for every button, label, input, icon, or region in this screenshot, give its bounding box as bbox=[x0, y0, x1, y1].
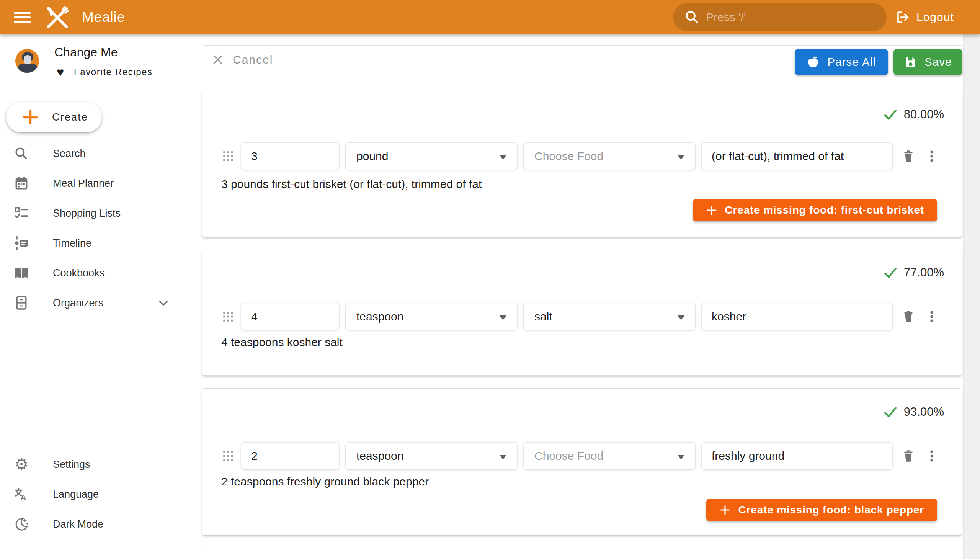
menu-icon[interactable] bbox=[14, 9, 31, 25]
drag-handle-icon[interactable] bbox=[221, 150, 235, 162]
gear-icon: ⚙ bbox=[14, 456, 29, 473]
create-missing-food-button[interactable]: Create missing food: first-cut brisket bbox=[693, 199, 937, 221]
note-field[interactable] bbox=[701, 442, 893, 470]
trash-icon bbox=[901, 449, 916, 463]
original-ingredient-text: 4 teaspoons kosher salt bbox=[221, 336, 343, 349]
unit-select[interactable]: teaspoon bbox=[345, 303, 517, 331]
delete-button[interactable] bbox=[899, 445, 918, 467]
timeline-icon bbox=[14, 236, 29, 250]
sidebar-item-cookbooks[interactable]: Cookbooks bbox=[0, 258, 183, 288]
check-icon bbox=[883, 107, 898, 122]
more-options-button[interactable] bbox=[924, 306, 939, 327]
sidebar-item-organizers[interactable]: Organizers bbox=[0, 288, 183, 318]
sidebar-item-timeline[interactable]: Timeline bbox=[0, 228, 183, 258]
sidebar-item-search[interactable]: Search bbox=[0, 139, 183, 169]
food-select[interactable]: Choose Food bbox=[523, 142, 696, 170]
drag-handle-icon[interactable] bbox=[221, 311, 235, 322]
create-missing-food-button[interactable]: Create missing food: black pepper bbox=[706, 499, 937, 521]
global-search[interactable] bbox=[673, 3, 887, 31]
close-icon bbox=[212, 54, 223, 66]
heart-icon: ♥ bbox=[57, 66, 64, 78]
kebab-menu-icon bbox=[929, 149, 935, 164]
sidebar: Change Me ♥ Favorite Recipes Create Sear… bbox=[0, 35, 183, 559]
delete-button[interactable] bbox=[899, 306, 918, 327]
apple-icon bbox=[806, 56, 820, 69]
sidebar-item-dark-mode[interactable]: Dark Mode bbox=[0, 509, 183, 539]
user-name: Change Me bbox=[55, 45, 117, 60]
quantity-field[interactable] bbox=[241, 142, 340, 170]
avatar[interactable] bbox=[15, 49, 39, 73]
main-content: Cancel Parse All Save 80.00% pound C bbox=[183, 35, 963, 559]
translate-icon: A bbox=[14, 487, 29, 501]
confidence-value: 80.00% bbox=[904, 108, 944, 121]
plus-icon bbox=[719, 504, 731, 516]
sidebar-item-language[interactable]: A Language bbox=[0, 480, 183, 509]
calendar-icon bbox=[14, 176, 29, 191]
original-ingredient-text: 3 pounds first-cut brisket (or flat-cut)… bbox=[221, 178, 482, 191]
cancel-button[interactable]: Cancel bbox=[206, 49, 279, 70]
check-icon bbox=[883, 405, 898, 419]
ingredient-card: 77.00% teaspoon salt 4 teaspoons kosher … bbox=[202, 249, 962, 375]
kebab-menu-icon bbox=[929, 449, 935, 463]
check-icon bbox=[883, 265, 898, 280]
delete-button[interactable] bbox=[899, 146, 918, 167]
sidebar-item-shopping-lists[interactable]: Shopping Lists bbox=[0, 198, 183, 228]
quantity-field[interactable] bbox=[241, 303, 340, 331]
moon-icon bbox=[14, 517, 29, 531]
unit-select[interactable]: pound bbox=[345, 142, 517, 170]
parse-all-button[interactable]: Parse All bbox=[795, 49, 888, 75]
file-cabinet-icon bbox=[14, 296, 29, 310]
more-options-button[interactable] bbox=[924, 146, 939, 167]
sidebar-item-settings[interactable]: ⚙ Settings bbox=[0, 450, 183, 480]
app-bar: Mealie Logout bbox=[0, 0, 980, 35]
confidence-indicator: 77.00% bbox=[883, 265, 944, 280]
kebab-menu-icon bbox=[929, 309, 935, 324]
chevron-down-icon bbox=[678, 455, 684, 460]
search-icon bbox=[684, 10, 700, 25]
book-icon bbox=[14, 266, 29, 280]
quantity-input[interactable] bbox=[241, 450, 339, 463]
sidebar-nav: Search Meal Planner Shoppin bbox=[0, 139, 183, 318]
chevron-down-icon[interactable] bbox=[158, 298, 169, 310]
quantity-field[interactable] bbox=[241, 442, 340, 470]
scrollbar-track[interactable] bbox=[963, 35, 980, 559]
confidence-indicator: 93.00% bbox=[883, 405, 944, 419]
ingredient-card-partial bbox=[202, 550, 962, 559]
note-input[interactable] bbox=[702, 150, 892, 163]
search-input[interactable] bbox=[706, 11, 867, 24]
confidence-value: 93.00% bbox=[904, 405, 944, 419]
chevron-down-icon bbox=[678, 155, 684, 160]
plus-icon bbox=[706, 205, 717, 216]
note-field[interactable] bbox=[701, 142, 893, 170]
note-input[interactable] bbox=[702, 450, 892, 463]
svg-text:A: A bbox=[21, 493, 26, 501]
search-icon bbox=[14, 146, 29, 161]
ingredient-card: 93.00% teaspoon Choose Food 2 teaspoons … bbox=[202, 388, 962, 535]
checklist-icon bbox=[14, 206, 29, 220]
favorite-recipes-link[interactable]: ♥ Favorite Recipes bbox=[57, 66, 153, 78]
drag-handle-icon[interactable] bbox=[221, 450, 235, 462]
food-select[interactable]: salt bbox=[523, 303, 696, 331]
ingredient-card: 80.00% pound Choose Food 3 pounds first-… bbox=[202, 91, 962, 237]
note-field[interactable] bbox=[701, 303, 893, 331]
food-select[interactable]: Choose Food bbox=[523, 442, 696, 470]
sidebar-item-meal-planner[interactable]: Meal Planner bbox=[0, 169, 183, 198]
quantity-input[interactable] bbox=[241, 150, 339, 163]
chevron-down-icon bbox=[499, 155, 506, 160]
confidence-value: 77.00% bbox=[904, 266, 944, 280]
save-button[interactable]: Save bbox=[894, 49, 962, 75]
plus-icon bbox=[22, 109, 38, 125]
unit-select[interactable]: teaspoon bbox=[345, 442, 517, 470]
app-title: Mealie bbox=[82, 9, 125, 25]
trash-icon bbox=[901, 309, 916, 324]
trash-icon bbox=[901, 149, 916, 164]
more-options-button[interactable] bbox=[924, 445, 939, 467]
create-button[interactable]: Create bbox=[6, 102, 102, 132]
note-input[interactable] bbox=[702, 310, 892, 323]
chevron-down-icon bbox=[499, 455, 506, 460]
sidebar-divider bbox=[0, 89, 183, 89]
chevron-down-icon bbox=[499, 316, 506, 320]
mealie-logo-icon[interactable] bbox=[43, 3, 72, 34]
quantity-input[interactable] bbox=[241, 310, 339, 323]
logout-button[interactable]: Logout bbox=[896, 7, 954, 28]
